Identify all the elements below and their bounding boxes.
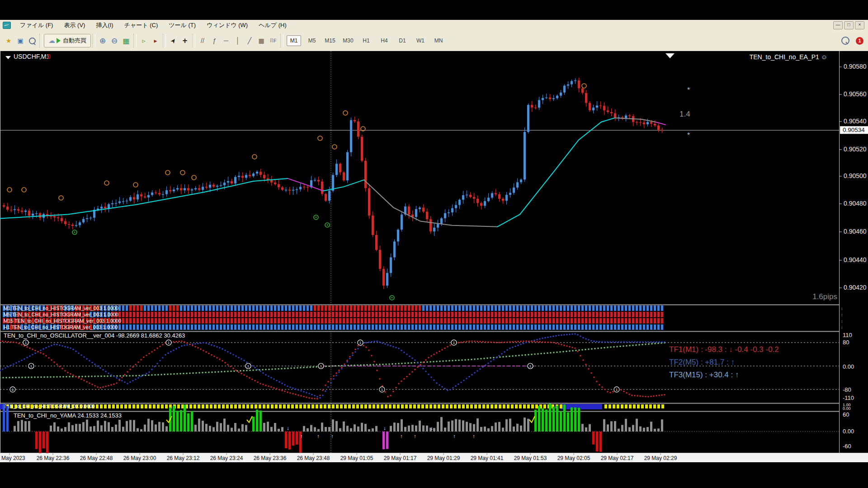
svg-text:26 May 2023: 26 May 2023: [0, 455, 25, 461]
auto-trading-button[interactable]: ☁ 自動売買: [44, 34, 91, 47]
svg-text:↑: ↑: [414, 433, 416, 439]
svg-text:60: 60: [843, 411, 849, 418]
shapes-icon[interactable]: ▦: [256, 35, 267, 47]
svg-text:26 May 23:36: 26 May 23:36: [254, 455, 287, 461]
svg-text:1: 1: [616, 388, 618, 392]
svg-text:1: 1: [359, 341, 362, 345]
svg-text:29 May 01:29: 29 May 01:29: [427, 455, 460, 461]
fibonacci-icon[interactable]: ƒ: [209, 35, 220, 47]
svg-text:↓: ↓: [383, 425, 386, 431]
timeframe-button-m15[interactable]: M15: [323, 35, 337, 46]
restore-button[interactable]: □: [844, 21, 854, 29]
svg-text:↓: ↓: [430, 425, 433, 431]
menu-item-0[interactable]: ファイル (F): [14, 20, 58, 31]
menu-item-3[interactable]: チャート (C): [119, 20, 164, 31]
svg-text:1: 1: [529, 364, 532, 368]
svg-text:*: *: [687, 86, 690, 94]
svg-text:1: 1: [25, 341, 27, 345]
menu-item-5[interactable]: ウィンドウ (W): [201, 20, 253, 31]
timeframe-button-m5[interactable]: M5: [305, 35, 319, 46]
crosshair-icon[interactable]: +: [179, 35, 190, 47]
svg-text:H1 TEN_to_CHI_no_HISTOGRAM_ver: H1 TEN_to_CHI_no_HISTOGRAM_ver_003 1.000…: [4, 324, 118, 330]
svg-text:USDCHF,M1: USDCHF,M1: [14, 53, 50, 60]
vertical-line-icon[interactable]: │: [232, 35, 243, 47]
horizontal-line-icon[interactable]: ─: [221, 35, 231, 47]
svg-text:↑: ↑: [317, 433, 320, 439]
indicator-grid-icon[interactable]: ⠿F: [268, 35, 278, 47]
svg-text:1: 1: [30, 364, 33, 368]
svg-text:TF3(M15) : +30.4 : ↑: TF3(M15) : +30.4 : ↑: [669, 371, 739, 379]
svg-text:↑: ↑: [300, 433, 303, 439]
search-chart-icon[interactable]: [27, 35, 38, 47]
chart-borders: [0, 51, 868, 462]
svg-text:M15 TEN_to_CHI_no_HISTOGRAM_ve: M15 TEN_to_CHI_no_HISTOGRAM_ver_003 1.00…: [4, 318, 121, 324]
mt4-application-window: ファイル (F)表示 (V)挿入(I)チャート (C)ツール (T)ウィンドウ …: [0, 0, 868, 488]
svg-text:↑: ↑: [331, 433, 334, 439]
tile-windows-icon[interactable]: ▦: [121, 35, 132, 47]
svg-text:↕: ↕: [841, 313, 843, 317]
svg-text:26 May 23:24: 26 May 23:24: [210, 455, 243, 461]
svg-text:0.90440: 0.90440: [844, 256, 867, 263]
trendline-icon[interactable]: ╱: [244, 35, 255, 47]
svg-text:26 May 22:48: 26 May 22:48: [80, 455, 113, 461]
price-axis: 0.905800.905600.905400.905200.905000.904…: [839, 63, 868, 291]
svg-text:TEN_to_CHI_no_EA_P1 ☺: TEN_to_CHI_no_EA_P1 ☺: [750, 53, 827, 61]
minimize-button[interactable]: —: [833, 21, 843, 29]
svg-text:TEN_to_CHI_no_YAMA 24.1533 24: TEN_to_CHI_no_YAMA 24.1533 24.1533: [14, 412, 122, 419]
parallel-lines-icon[interactable]: //: [197, 35, 208, 47]
app-icon: [3, 22, 11, 29]
notification-badge[interactable]: 1: [856, 37, 863, 45]
zoom-out-icon[interactable]: ⊖: [109, 35, 120, 47]
chart-canvas[interactable]: USDCHF,M10TEN_to_CHI_no_EA_P1 ☺1.4**1.6p…: [0, 51, 868, 462]
timeframe-button-d1[interactable]: D1: [395, 35, 410, 46]
menu-item-2[interactable]: 挿入(I): [90, 20, 118, 31]
timeframe-button-mn[interactable]: MN: [431, 35, 446, 46]
menu-items: ファイル (F)表示 (V)挿入(I)チャート (C)ツール (T)ウィンドウ …: [14, 20, 292, 31]
svg-text:1: 1: [320, 364, 322, 368]
svg-text:↕: ↕: [841, 306, 843, 311]
svg-text:29 May 02:29: 29 May 02:29: [644, 455, 677, 461]
timeframe-button-m30[interactable]: M30: [341, 35, 355, 46]
svg-text:↕: ↕: [841, 319, 843, 324]
timeframe-button-w1[interactable]: W1: [413, 35, 428, 46]
timeframe-button-h4[interactable]: H4: [377, 35, 392, 46]
play-icon: [57, 38, 61, 43]
bottom-letterbox: [0, 462, 868, 488]
zoom-in-icon[interactable]: ⊕: [97, 35, 108, 47]
svg-text:-60: -60: [843, 443, 851, 450]
new-window-icon[interactable]: ▣: [15, 35, 26, 47]
menu-item-4[interactable]: ツール (T): [163, 20, 201, 31]
svg-text:80: 80: [843, 339, 849, 346]
timeframe-button-h1[interactable]: H1: [359, 35, 373, 46]
menu-item-1[interactable]: 表示 (V): [58, 20, 90, 31]
toolbar-separator: [192, 34, 195, 47]
svg-text:M5 TEN_to_CHI_no_HISTOGRAM_ver: M5 TEN_to_CHI_no_HISTOGRAM_ver_003 1.000…: [4, 312, 118, 317]
toolbar: ★ ▣ ☁ 自動売買 ⊕ ⊖ ▦ ▹ ▸ ➤ + // ƒ ─ │ ╱ ▦ ⠿F…: [0, 31, 868, 51]
svg-text:0.90540: 0.90540: [844, 117, 867, 125]
cursor-icon[interactable]: ➤: [165, 33, 181, 49]
auto-scroll-icon[interactable]: ▸: [150, 35, 161, 47]
svg-text:29 May 01:41: 29 May 01:41: [471, 455, 504, 461]
toolbar-separator: [92, 34, 95, 47]
svg-text:M1 TEN_to_CHI_no_HISTOGRAM_ver: M1 TEN_to_CHI_no_HISTOGRAM_ver_003 1.000…: [4, 305, 118, 311]
svg-text:0.90534: 0.90534: [843, 127, 865, 133]
svg-text:0.90520: 0.90520: [844, 145, 867, 153]
svg-text:29 May 02:17: 29 May 02:17: [601, 455, 634, 461]
close-button[interactable]: ×: [855, 21, 864, 29]
svg-text:0.90580: 0.90580: [844, 63, 867, 70]
search-icon[interactable]: [841, 37, 849, 45]
svg-text:1: 1: [453, 341, 455, 345]
chart-window[interactable]: USDCHF,M10TEN_to_CHI_no_EA_P1 ☺1.4**1.6p…: [0, 51, 868, 462]
svg-text:0.90560: 0.90560: [844, 90, 867, 98]
time-axis[interactable]: 26 May 202326 May 22:3626 May 22:4826 Ma…: [0, 453, 868, 462]
chart-shift-icon[interactable]: ▹: [138, 35, 149, 47]
svg-text:1: 1: [381, 388, 383, 392]
menu-item-6[interactable]: ヘルプ (H): [253, 20, 292, 31]
favorites-icon[interactable]: ★: [3, 35, 14, 47]
timeframe-button-m1[interactable]: M1: [287, 35, 301, 46]
top-letterbox: [0, 0, 868, 20]
svg-text:-110: -110: [843, 394, 854, 401]
svg-text:110: 110: [843, 332, 852, 338]
svg-text:1: 1: [247, 364, 250, 368]
timeframe-buttons: M1M5M15M30H1H4D1W1MN: [285, 35, 448, 46]
